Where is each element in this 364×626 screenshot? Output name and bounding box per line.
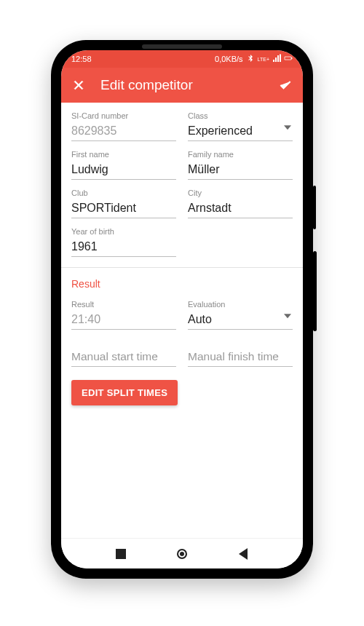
- battery-icon: [284, 54, 293, 64]
- nav-home-button[interactable]: [175, 547, 189, 560]
- evaluation-field: Evaluation: [188, 300, 293, 330]
- first-name-label: First name: [71, 150, 176, 159]
- yob-field: Year of birth: [71, 227, 176, 257]
- confirm-icon[interactable]: [277, 76, 294, 94]
- status-time: 12:58: [71, 55, 92, 63]
- yob-label: Year of birth: [71, 227, 176, 236]
- manual-start-input[interactable]: [71, 347, 176, 367]
- form-content: SI-Card number Class First name Family n…: [61, 103, 303, 538]
- phone-notch: [142, 44, 222, 49]
- app-bar: Edit competitor: [61, 68, 303, 103]
- nav-recent-button[interactable]: [114, 547, 127, 560]
- status-net-label: LTE+: [258, 57, 269, 62]
- si-card-field: SI-Card number: [71, 111, 176, 141]
- class-label: Class: [188, 111, 293, 120]
- result-section-title: Result: [71, 278, 293, 290]
- family-name-field: Family name: [188, 150, 293, 180]
- club-label: Club: [71, 189, 176, 197]
- class-field: Class: [188, 111, 293, 141]
- close-icon[interactable]: [70, 76, 87, 94]
- triangle-left-icon: [239, 548, 248, 560]
- manual-finish-input[interactable]: [188, 347, 293, 367]
- family-name-label: Family name: [188, 150, 293, 159]
- page-title: Edit competitor: [100, 77, 277, 93]
- si-card-label: SI-Card number: [71, 111, 176, 120]
- spacer: [188, 227, 293, 257]
- city-field: City: [188, 189, 293, 218]
- city-label: City: [188, 189, 293, 197]
- phone-frame: 12:58 0,0KB/s LTE+ Edit competitor: [51, 40, 313, 579]
- edit-split-times-button[interactable]: EDIT SPLIT TIMES: [71, 380, 178, 405]
- evaluation-select[interactable]: [188, 310, 293, 330]
- result-field: Result: [71, 300, 176, 330]
- evaluation-label: Evaluation: [188, 300, 293, 309]
- club-input[interactable]: [71, 199, 176, 218]
- city-input[interactable]: [188, 199, 293, 218]
- result-label: Result: [71, 300, 176, 309]
- family-name-input[interactable]: [188, 160, 293, 180]
- class-select[interactable]: [188, 122, 293, 141]
- screen: 12:58 0,0KB/s LTE+ Edit competitor: [61, 50, 303, 568]
- bluetooth-icon: [246, 54, 255, 64]
- first-name-field: First name: [71, 150, 176, 180]
- status-indicators: 0,0KB/s LTE+: [215, 54, 293, 64]
- result-input[interactable]: [71, 310, 176, 330]
- divider: [61, 267, 303, 268]
- nav-back-button[interactable]: [237, 547, 250, 560]
- phone-side-button: [313, 251, 317, 331]
- si-card-input[interactable]: [71, 122, 176, 141]
- status-bar: 12:58 0,0KB/s LTE+: [61, 50, 303, 68]
- signal-icon: [272, 54, 281, 64]
- android-nav-bar: [61, 538, 303, 568]
- yob-input[interactable]: [71, 237, 176, 257]
- status-net-speed: 0,0KB/s: [215, 55, 243, 63]
- circle-icon: [177, 549, 187, 559]
- club-field: Club: [71, 189, 176, 218]
- square-icon: [116, 549, 126, 559]
- phone-side-button: [313, 186, 316, 229]
- first-name-input[interactable]: [71, 160, 176, 180]
